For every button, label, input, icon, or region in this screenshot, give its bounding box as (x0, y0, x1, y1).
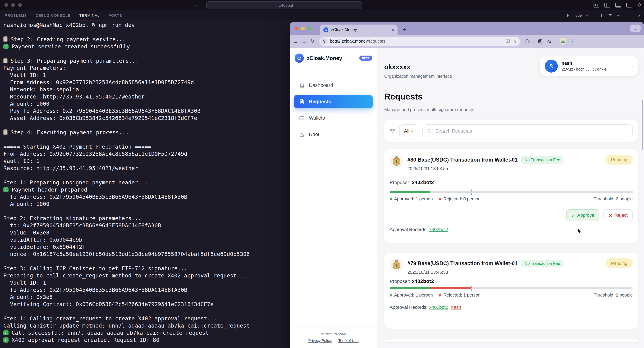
maximize-panel-icon[interactable] (630, 13, 634, 18)
zoom-window-icon[interactable] (18, 3, 22, 7)
terminal-instance[interactable]: node (567, 13, 582, 18)
request-card-partial (384, 339, 638, 342)
user-menu[interactable]: nash 2iwuz-kcqj...57gn-4 ⌄ (540, 56, 638, 76)
request-card: $ #79 Base(USDC) Transaction from Wallet… (384, 253, 638, 328)
vscode-search-bar[interactable]: ⌕ x402bot (206, 1, 362, 9)
history-back-icon[interactable]: ← (194, 2, 199, 7)
close-panel-icon[interactable]: × (638, 13, 640, 18)
extensions-icon[interactable] (524, 39, 530, 44)
kill-terminal-icon[interactable] (608, 13, 612, 18)
toggle-sidebar-icon[interactable] (604, 2, 610, 7)
terms-link[interactable]: Term of Use (338, 338, 359, 342)
proposer-row: Proposer:x402bot2 (390, 179, 434, 185)
user-principal: 2iwuz-kcqj...57gn-4 (562, 67, 606, 72)
sidebar-item-requests[interactable]: Requests (294, 95, 373, 108)
tab-search-icon[interactable]: ⌄ (630, 24, 640, 32)
search-icon: ⌕ (275, 3, 278, 8)
approval-record-link[interactable]: x402bot2 (429, 227, 448, 232)
org-name: okxxxxx (384, 63, 410, 71)
browser-window: C zCloak.Money × + ⌄ ← → ↻ beta2.zcloak.… (290, 22, 644, 348)
proposer-row: Proposer:x402bot2 (390, 278, 434, 284)
filter-icon (390, 128, 395, 134)
reject-button[interactable]: ✕Reject (604, 209, 633, 221)
browser-profile-avatar[interactable] (560, 38, 566, 44)
chevron-down-icon: ⌄ (411, 129, 414, 133)
bookmark-star-icon[interactable]: ☆ (513, 38, 517, 44)
web-app: C zCloak.Money BETA Dashboard Requests W… (290, 48, 644, 348)
approved-segment (390, 287, 430, 290)
sidebar-item-root[interactable]: Root (294, 128, 373, 141)
more-actions-icon[interactable]: ⋯ (616, 13, 621, 18)
home-icon (299, 82, 305, 88)
status-badge: Pending (606, 258, 633, 268)
check-icon: ✓ (4, 187, 8, 192)
browser-toolbar: ← → ↻ beta2.zcloak.money/requests ☆ ⋮ (290, 35, 644, 48)
close-window-icon[interactable] (294, 26, 298, 30)
terminal-shell-label: node (574, 13, 582, 18)
terminal-icon (567, 13, 572, 18)
money-bag-icon: $ (390, 258, 403, 272)
toggle-secondary-sidebar-icon[interactable] (626, 2, 632, 7)
site-settings-icon[interactable] (320, 38, 328, 45)
page-scrollbar[interactable] (642, 100, 643, 150)
reading-list-icon[interactable] (538, 39, 542, 44)
install-app-icon[interactable] (505, 39, 510, 44)
search-requests-box[interactable] (422, 124, 633, 137)
fee-badge: No Transaction Fee (521, 260, 564, 267)
request-datetime: 2025/10/31 13:46:53 (408, 270, 448, 275)
panel-tab-problems[interactable]: PROBLEMS (5, 10, 27, 20)
address-bar[interactable]: beta2.zcloak.money/requests ☆ (319, 37, 520, 46)
toggle-panel-icon[interactable] (616, 2, 621, 7)
forward-icon[interactable]: → (302, 38, 307, 44)
back-icon[interactable]: ← (293, 38, 298, 44)
check-icon: ✓ (4, 44, 8, 49)
url-text: beta2.zcloak.money/requests (330, 39, 385, 44)
footer-separator: · (334, 338, 336, 342)
app-sidebar: C zCloak.Money BETA Dashboard Requests W… (290, 48, 378, 348)
browser-tab-strip: C zCloak.Money × + ⌄ (290, 22, 644, 35)
panel-tab-bar: PROBLEMSDEBUG CONSOLETERMINALPORTS node … (0, 10, 644, 20)
browser-tab[interactable]: C zCloak.Money × (320, 24, 398, 35)
nav-label: Wallets (309, 115, 325, 121)
approval-records: Approval Records:x402bot2,nash (390, 305, 461, 310)
zcloak-logo-icon: C (294, 54, 304, 63)
customize-layout-icon[interactable] (594, 2, 600, 7)
minimize-window-icon[interactable] (11, 3, 15, 7)
approval-record-link[interactable]: nash (451, 305, 461, 310)
sidebar-item-wallets[interactable]: Wallets (294, 111, 373, 125)
search-input[interactable] (435, 128, 628, 134)
panel-tab-ports[interactable]: PORTS (108, 10, 122, 20)
gear-icon[interactable]: ⚙ (637, 2, 641, 8)
panel-tab-debug-console[interactable]: DEBUG CONSOLE (36, 10, 70, 20)
status-filter-dropdown[interactable]: All ⌄ (399, 124, 418, 137)
panel-tab-terminal[interactable]: TERMINAL (80, 10, 100, 20)
vscode-window-controls[interactable] (4, 3, 22, 7)
incognito-icon[interactable] (546, 39, 552, 44)
close-window-icon[interactable] (4, 3, 8, 7)
approved-dot-icon (390, 198, 392, 200)
filter-bar: All ⌄ (384, 120, 638, 142)
threshold-marker (471, 286, 472, 291)
close-tab-icon[interactable]: × (392, 27, 394, 32)
reload-icon[interactable]: ↻ (310, 38, 314, 44)
minimize-window-icon[interactable] (301, 26, 305, 30)
zoom-window-icon[interactable] (308, 26, 311, 30)
approved-segment (390, 191, 430, 193)
privacy-policy-link[interactable]: Privacy Policy (308, 338, 332, 342)
sidebar-item-dashboard[interactable]: Dashboard (294, 78, 373, 92)
new-terminal-icon[interactable]: + (586, 13, 588, 18)
terminal-dropdown-icon[interactable]: ⌄ (592, 14, 596, 17)
nav-label: Dashboard (309, 82, 333, 88)
document-icon (299, 99, 305, 104)
approval-record-link[interactable]: x402bot2, (429, 305, 450, 310)
mouse-cursor (577, 228, 582, 235)
approval-progress-bar (390, 191, 633, 193)
sidebar-footer: © 2025 zCloak Privacy Policy · Term of U… (290, 328, 377, 348)
approve-button[interactable]: ✓Approve (566, 209, 600, 221)
new-tab-icon[interactable]: + (403, 26, 406, 33)
vscode-titlebar: ← → ⌕ x402bot ⚙ (0, 0, 644, 10)
threshold-label: Threshold: 2 people (594, 196, 633, 202)
threshold-label: Threshold: 2 people (594, 292, 633, 298)
browser-menu-icon[interactable]: ⋮ (570, 38, 574, 44)
split-terminal-icon[interactable] (600, 13, 604, 18)
